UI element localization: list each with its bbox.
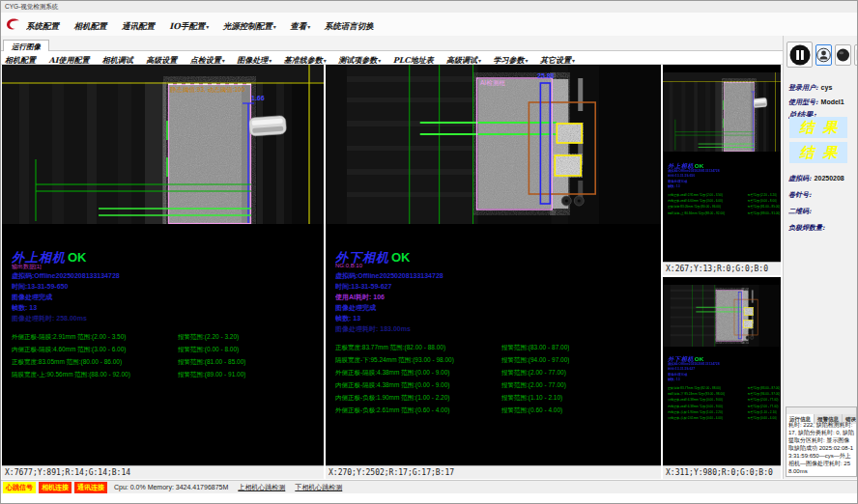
control-buttons — [786, 42, 858, 68]
camera-thumb-info-lower: 外下相机OK 虚拟码:Offline20250208133134728 时间:1… — [668, 354, 781, 421]
measurement-row: 隔膜宽度-上:90.56mm 范围:(88.00 - 92.00)报警范围:(8… — [12, 368, 320, 380]
time-line: 时间:13-31-59-650 — [12, 281, 320, 292]
measurement-row: 隔膜宽度-下:95.24mm 范围:(93.00 - 98.00)报警范围:(9… — [335, 353, 657, 366]
camera-image-lower-outer[interactable] — [326, 65, 661, 224]
chevron-down-icon: ▾ — [324, 57, 327, 64]
camera-image-upper-outer[interactable] — [2, 65, 324, 224]
menu-item[interactable]: 通讯配置 — [122, 21, 156, 33]
menu-items: 系统配置 相机配置 通讯配置 IO手配置▾ 光源控制配置▾ 查看▾ 系统语言切换 — [26, 13, 857, 36]
ai-box-label: AI检测框 — [480, 79, 505, 88]
measurement-row: 外侧正极-隔膜:4.38mm 范围:(0.00 - 9.00)报警范围:(2.0… — [335, 366, 657, 378]
menu-item[interactable]: 相机配置 — [73, 21, 107, 33]
process-done-line: 图像处理完成 — [12, 292, 320, 302]
camera-connect-badge: 相机连接 — [39, 482, 72, 493]
chevron-down-icon: ▾ — [378, 57, 381, 64]
ai-elapsed-line: 使用AI耗时: 106 — [335, 292, 657, 302]
info-field-row: 虚拟码:20250208 — [788, 167, 857, 183]
heartbeat-badge: 心跳信号 — [3, 482, 36, 493]
exit-button[interactable] — [854, 44, 858, 66]
measurement-row: 正极宽度:83.05mm 范围:(80.00 - 86.00)报警范围:(81.… — [12, 355, 320, 368]
toolbar-item[interactable]: 高级设置 — [146, 55, 178, 65]
toolbar-item[interactable]: 点检设置▾ — [190, 55, 225, 65]
menu-item[interactable]: IO手配置▾ — [169, 21, 209, 33]
right-info-panel: 登录用户:cys 使用型号:Model1 总结果: 结果 结果 虚拟码:2025… — [783, 36, 858, 479]
toolbar-item[interactable]: 基准线参数▾ — [284, 55, 327, 65]
log-info-box: 运行信息报警信息错误信息 耗时: 222, 缺陷检测耗时: 17, 缺陷分类耗时… — [786, 406, 857, 477]
toolbar-item[interactable]: AI使用配置 — [48, 55, 90, 65]
toolbar-item[interactable]: 相机配置 — [5, 55, 37, 65]
pixel-status-upper: X:7677;Y:891;R:14;G:14;B:14 — [2, 465, 324, 479]
measurement-row: 隔膜宽度-上:90.56mm 范围:(88.00 - 92.00)报警范围:(8… — [668, 210, 781, 215]
barcode-line: 虚拟码:Offline20250208133134728 — [12, 270, 320, 281]
result-badge-upper: 结果 — [789, 117, 847, 138]
measurement-row: 内侧正极-负极:1.90mm 范围:(1.00 - 2.20)报警范围:(1.1… — [335, 391, 657, 404]
chevron-down-icon: ▾ — [478, 57, 481, 64]
sphere-icon — [836, 46, 850, 64]
toolbar-item[interactable]: 测试项参数▾ — [338, 55, 381, 65]
app-logo-icon — [5, 17, 21, 36]
pixel-status-thumb-lower: X:311;Y:980;R:0;G:0;B:0 — [663, 465, 781, 479]
menu-item[interactable]: 查看▾ — [290, 21, 310, 33]
camera-thumb-image-lower[interactable] — [663, 285, 781, 347]
log-tabs: 运行信息报警信息错误信息 — [786, 407, 856, 419]
frames-line: 帧数: 13 — [335, 313, 657, 323]
measurement-row: 外侧正极-隔膜:2.91mm 范围:(2.00 - 3.50)报警范围:(2.2… — [12, 330, 320, 343]
camera-thumb-image-upper[interactable] — [663, 72, 781, 152]
result-badge-lower: 结果 — [789, 142, 847, 163]
info-field-row: 二维码: — [788, 200, 857, 216]
toolbar-item[interactable]: 相机调试 — [102, 55, 134, 65]
elapsed-line: 图像处理耗时: 183.00ms — [335, 323, 657, 334]
menubar: 系统配置 相机配置 通讯配置 IO手配置▾ 光源控制配置▾ 查看▾ 系统语言切换 — [1, 13, 857, 36]
measurement-row: 正极宽度:83.77mm 范围:(82.00 - 88.00)报警范围:(83.… — [335, 341, 657, 353]
chevron-down-icon: ▾ — [269, 57, 272, 64]
camera-panel-lower-outer: AI检测框 25.88 外下相机OK NG:0,B:10 虚拟码:Offline… — [326, 65, 661, 479]
measurement-list: 正极宽度:83.77mm 范围:(82.00 - 88.00)报警范围:(83.… — [335, 341, 657, 416]
app-window: CYG-视觉检测系统 系统配置 相机配置 通讯配置 IO手配置▾ 光源控制配置▾… — [0, 0, 858, 504]
function-toolbar: 相机配置 AI使用配置 相机调试 高级设置 点检设置▾ 图像处理▾ 基准线参数▾… — [1, 51, 786, 65]
comm-connect-badge: 通讯连接 — [74, 482, 107, 493]
menu-item[interactable]: 光源控制配置▾ — [223, 21, 276, 33]
capture-button[interactable] — [835, 44, 851, 66]
pixel-status-thumb-upper: X:267;Y:13;R:0;G:0;B:0 — [663, 262, 781, 275]
chevron-down-icon: ▾ — [572, 57, 575, 64]
login-user-button[interactable] — [815, 44, 832, 66]
upper-camera-heartbeat-link[interactable]: 上相机心跳检测 — [238, 483, 285, 492]
log-text: 耗时: 222, 缺陷检测耗时: 17, 缺陷分类耗时: 0, 缺陷提取分区耗时… — [786, 419, 856, 477]
camera-info-upper: 外上相机OK 输出数据[1] 虚拟码:Offline20250208133134… — [12, 248, 320, 380]
toolbar-item[interactable]: 学习参数▾ — [494, 55, 529, 65]
toolbar-item[interactable]: 图像处理▾ — [237, 55, 272, 65]
info-field-row: 卷针号: — [788, 183, 857, 200]
toolbar-item[interactable]: 其它设置▾ — [540, 55, 575, 65]
chevron-down-icon: ▾ — [206, 23, 209, 30]
menu-item[interactable]: 系统语言切换 — [325, 21, 375, 33]
cpu-memory-text: Cpu: 0.0% Memory: 3424.41796875M — [114, 484, 228, 490]
result-ok-text: OK — [68, 250, 87, 265]
measurement-row: 外侧正极-负极:2.61mm 范围:(0.60 - 4.00)报警范围:(0.6… — [335, 404, 657, 416]
menu-item[interactable]: 系统配置 — [26, 21, 60, 33]
chevron-down-icon: ▾ — [273, 23, 276, 30]
elapsed-line: 图像处理耗时: 258.00ms — [12, 313, 320, 323]
pause-button[interactable] — [786, 42, 813, 68]
tab-strip: 运行图像 — [1, 36, 783, 51]
info-fields: 虚拟码:20250208 卷针号: 二维码: 负极焊数量: — [788, 167, 857, 233]
measurement-row: 内侧正极-隔膜:4.38mm 范围:(0.00 - 9.00)报警范围:(2.0… — [335, 378, 657, 391]
chevron-down-icon: ▾ — [222, 57, 225, 64]
time-line: 时间:13-31-59-627 — [335, 281, 657, 292]
measurement-list: 外侧正极-隔膜:2.91mm 范围:(2.00 - 3.50)报警范围:(2.2… — [12, 330, 320, 380]
frames-line: 帧数: 13 — [12, 302, 320, 313]
login-user-value: cys — [821, 84, 833, 91]
camera-panel-upper-outer: 静态阈值:93, 动态阈值:100 1.66 外上相机OK 输出数据[1] 虚拟… — [2, 65, 324, 479]
bottom-statusbar: 心跳信号 相机连接 通讯连接 Cpu: 0.0% Memory: 3424.41… — [1, 480, 857, 493]
measure-overlay-label: 25.88 — [537, 72, 555, 79]
lower-camera-heartbeat-link[interactable]: 下相机心跳检测 — [295, 483, 342, 492]
measurement-row: 内侧正极-隔膜:4.60mm 范围:(3.00 - 6.00)报警范围:(0.0… — [12, 343, 320, 355]
window-title: CYG-视觉检测系统 — [5, 3, 58, 10]
toolbar-item[interactable]: 高级调试▾ — [446, 55, 481, 65]
barcode-line: 虚拟码:Offline20250208133134728 — [335, 270, 657, 281]
camera-thumbnail-lower: 外下相机OK 虚拟码:Offline20250208133134728 时间:1… — [663, 277, 781, 479]
toolbar-item[interactable]: PLC地址表 — [393, 55, 435, 65]
camera-thumb-info-upper: 外上相机OK 虚拟码:Offline20250208133134728 时间:1… — [668, 161, 781, 216]
pixel-status-lower: X:270;Y:2502;R:17;G:17;B:17 — [326, 465, 661, 479]
chevron-down-icon: ▾ — [307, 23, 310, 30]
measurement-list: 外侧正极-隔膜:2.91mm 范围:(2.00 - 3.50)报警范围:(2.2… — [668, 192, 781, 216]
